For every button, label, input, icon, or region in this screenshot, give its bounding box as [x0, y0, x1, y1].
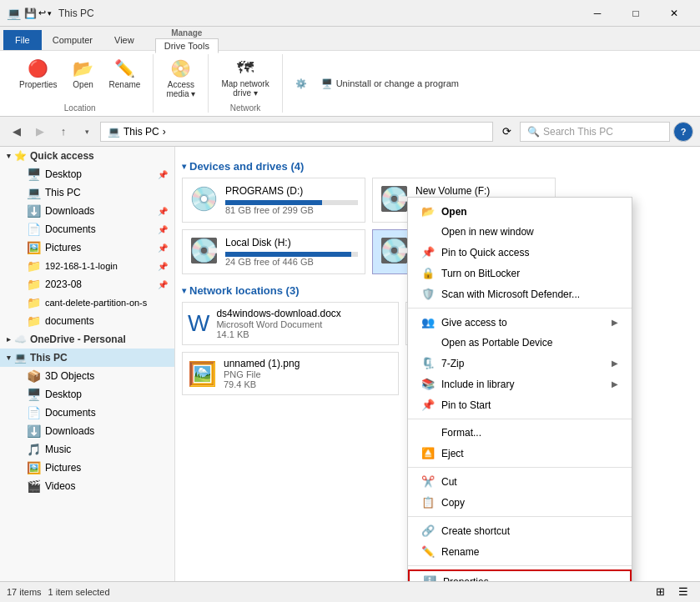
- ribbon-btn-rename[interactable]: ✏️ Rename: [103, 54, 147, 93]
- quick-access-save[interactable]: 💾: [24, 8, 37, 19]
- sidebar-item-documents2-label: documents: [45, 315, 94, 327]
- forward-button[interactable]: ▶: [30, 122, 50, 142]
- sidebar-section-this-pc[interactable]: ▾ 💻 This PC: [0, 349, 174, 367]
- ctx-bitlocker[interactable]: 🔒 Turn on BitLocker: [408, 263, 632, 283]
- sidebar-item-documents[interactable]: 📄 Documents 📌: [0, 220, 174, 238]
- ctx-open-portable[interactable]: Open as Portable Device: [408, 333, 632, 353]
- back-button[interactable]: ◀: [7, 122, 27, 142]
- ribbon-btn-uninstall[interactable]: 🖥️ Uninstall or change a program: [316, 75, 464, 93]
- file-type-0: Microsoft Word Document: [216, 319, 393, 329]
- devices-section-title[interactable]: Devices and drives (4): [182, 160, 693, 173]
- ctx-include-library[interactable]: 📚 Include in library ▶: [408, 374, 632, 394]
- sidebar-item-2023[interactable]: 📁 2023-08 📌: [0, 275, 174, 293]
- pictures-icon: 🖼️: [27, 241, 40, 254]
- sidebar-item-videos[interactable]: 🎬 Videos: [0, 477, 174, 495]
- sidebar-item-2023-label: 2023-08: [45, 278, 82, 290]
- tab-file[interactable]: File: [3, 30, 42, 50]
- view-list-button[interactable]: ☰: [673, 584, 693, 600]
- tab-drive-tools[interactable]: Manage Drive Tools: [145, 27, 229, 50]
- ctx-copy[interactable]: 📋 Copy: [408, 492, 632, 513]
- sidebar-item-documents2[interactable]: 📁 documents: [0, 312, 174, 330]
- sidebar-section-onedrive[interactable]: ▸ ☁️ OneDrive - Personal: [0, 330, 174, 349]
- sidebar-item-this-pc-quick-label: This PC: [45, 187, 81, 198]
- file-item-2[interactable]: 🖼️ unnamed (1).png PNG File 79.4 KB: [182, 352, 399, 395]
- maximize-button[interactable]: □: [617, 0, 655, 27]
- sidebar-item-downloads2-label: Downloads: [45, 425, 94, 437]
- manage-label: Manage: [171, 28, 202, 38]
- tab-computer[interactable]: Computer: [42, 30, 103, 50]
- sidebar-item-cantdelete[interactable]: 📁 cant-delete-partition-on-s: [0, 293, 174, 312]
- address-path: This PC: [123, 126, 159, 138]
- quick-access-undo[interactable]: ↩: [38, 8, 46, 18]
- sidebar-item-192login[interactable]: 📁 192-168-1-1-login 📌: [0, 257, 174, 275]
- sidebar-item-desktop[interactable]: 🖥️ Desktop 📌: [0, 165, 174, 183]
- sidebar-item-downloads2[interactable]: ⬇️ Downloads: [0, 422, 174, 440]
- sidebar-item-this-pc-quick[interactable]: 💻 This PC: [0, 183, 174, 202]
- sidebar-item-music[interactable]: 🎵 Music: [0, 440, 174, 459]
- ctx-7zip[interactable]: 🗜️ 7-Zip ▶: [408, 353, 632, 374]
- context-menu: 📂 Open Open in new window 📌 Pin to Quick…: [407, 197, 632, 581]
- minimize-button[interactable]: ─: [578, 0, 617, 27]
- quick-access-star-icon: ⭐: [14, 150, 27, 162]
- sidebar-item-pictures[interactable]: 🖼️ Pictures 📌: [0, 238, 174, 257]
- pin-icon-documents: 📌: [158, 225, 168, 234]
- file-size-2: 79.4 KB: [224, 379, 393, 389]
- ribbon-btn-settings[interactable]: ⚙️: [290, 76, 313, 92]
- ctx-copy-icon: 📋: [421, 496, 435, 509]
- ctx-pin-start[interactable]: 📌 Pin to Start: [408, 394, 632, 415]
- ctx-properties[interactable]: ℹ️ Properties: [408, 569, 632, 581]
- ctx-open[interactable]: 📂 Open: [408, 201, 632, 222]
- ctx-include-library-arrow: ▶: [612, 379, 618, 389]
- ctx-eject[interactable]: ⏏️ Eject: [408, 443, 632, 464]
- drive-d-free: 81 GB free of 299 GB: [225, 205, 358, 215]
- location-label: Location: [64, 103, 96, 113]
- search-box[interactable]: 🔍 Search This PC: [520, 122, 670, 142]
- file-item-0[interactable]: W ds4windows-download.docx Microsoft Wor…: [182, 302, 399, 345]
- drive-item-h[interactable]: 💽 Local Disk (H:) 24 GB free of 446 GB: [182, 229, 365, 274]
- address-box[interactable]: 💻 This PC ›: [100, 122, 493, 142]
- close-button[interactable]: ✕: [655, 0, 693, 27]
- onedrive-label: OneDrive - Personal: [30, 334, 126, 345]
- ctx-cut[interactable]: ✂️ Cut: [408, 471, 632, 492]
- sidebar-item-192-label: 192-168-1-1-login: [45, 261, 118, 271]
- ribbon-btn-map-drive[interactable]: 🗺 Map networkdrive ▾: [215, 54, 274, 102]
- folder-icon-2023: 📁: [27, 278, 40, 291]
- ribbon-btn-properties[interactable]: 🔴 Properties: [13, 54, 63, 93]
- ctx-pin-quick-icon: 📌: [421, 246, 435, 258]
- refresh-button[interactable]: ⟳: [496, 122, 516, 142]
- ctx-give-access-arrow: ▶: [612, 318, 618, 327]
- ribbon-group-network: 🗺 Map networkdrive ▾ Network: [209, 54, 282, 113]
- selected-count: 1 item selected: [48, 587, 110, 597]
- sidebar-item-documents3-label: Documents: [45, 407, 96, 419]
- help-button[interactable]: ?: [673, 122, 693, 142]
- ribbon-btn-access-media[interactable]: 📀 Accessmedia ▾: [160, 54, 201, 103]
- sidebar-section-quick-access[interactable]: ▾ ⭐ Quick access: [0, 147, 174, 165]
- sidebar-item-pictures2[interactable]: 🖼️ Pictures: [0, 459, 174, 477]
- ctx-give-access[interactable]: 👥 Give access to ▶: [408, 312, 632, 333]
- sidebar-item-documents3[interactable]: 📄 Documents: [0, 404, 174, 422]
- ctx-open-new-window[interactable]: Open in new window: [408, 222, 632, 242]
- sidebar-item-downloads[interactable]: ⬇️ Downloads 📌: [0, 202, 174, 220]
- view-large-icons-button[interactable]: ⊞: [650, 584, 670, 600]
- ctx-pin-quick[interactable]: 📌 Pin to Quick access: [408, 242, 632, 263]
- documents3-icon: 📄: [27, 406, 40, 419]
- drive-item-d[interactable]: 💿 PROGRAMS (D:) 81 GB free of 299 GB: [182, 178, 365, 223]
- ctx-create-shortcut[interactable]: 🔗 Create shortcut: [408, 520, 632, 541]
- folder-icon-documents2: 📁: [27, 314, 40, 328]
- ribbon-btn-open[interactable]: 📂 Open: [67, 54, 100, 93]
- ctx-format[interactable]: Format...: [408, 423, 632, 443]
- sidebar-item-3dobjects[interactable]: 📦 3D Objects: [0, 367, 174, 385]
- ctx-rename[interactable]: ✏️ Rename: [408, 541, 632, 562]
- tab-view[interactable]: View: [103, 30, 145, 50]
- drive-h-icon: 💽: [189, 237, 219, 264]
- address-bar: ◀ ▶ ↑ ▾ 💻 This PC › ⟳ 🔍 Search This PC ?: [0, 117, 700, 147]
- pin-icon-pictures: 📌: [158, 243, 168, 253]
- recent-locations-button[interactable]: ▾: [77, 122, 97, 142]
- sidebar-item-videos-label: Videos: [45, 480, 75, 492]
- sidebar-item-desktop2[interactable]: 🖥️ Desktop: [0, 385, 174, 404]
- ctx-give-access-icon: 👥: [421, 316, 435, 329]
- downloads2-icon: ⬇️: [27, 424, 40, 438]
- up-button[interactable]: ↑: [53, 122, 73, 142]
- ctx-defender[interactable]: 🛡️ Scan with Microsoft Defender...: [408, 283, 632, 304]
- quick-access-dropdown[interactable]: ▾: [48, 9, 52, 18]
